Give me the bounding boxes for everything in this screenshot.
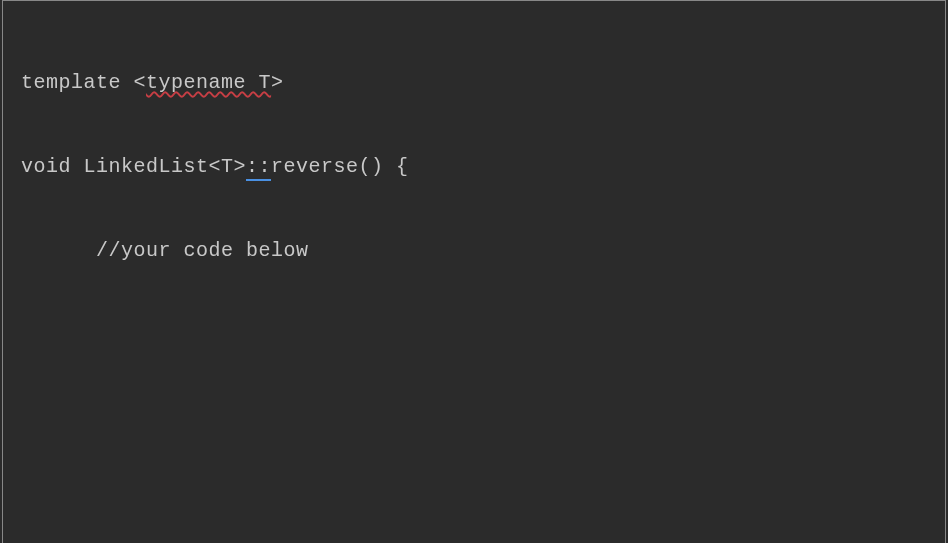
code-indent: [21, 239, 96, 262]
code-editor-content[interactable]: template <typename T> void LinkedList<T>…: [3, 1, 945, 321]
code-line-2: void LinkedList<T>::reverse() {: [21, 153, 945, 181]
code-line-3: //your code below: [21, 237, 945, 265]
code-line-1: template <typename T>: [21, 69, 945, 97]
code-text: >: [271, 71, 284, 94]
spellcheck-squiggle: typename T: [146, 71, 271, 94]
code-text: reverse() {: [271, 155, 409, 178]
code-text: template <: [21, 71, 146, 94]
syntax-highlight-blue: ::: [246, 155, 271, 178]
code-comment: //your code below: [96, 239, 309, 262]
code-text: void LinkedList<T>: [21, 155, 246, 178]
code-editor-frame[interactable]: template <typename T> void LinkedList<T>…: [2, 0, 946, 543]
